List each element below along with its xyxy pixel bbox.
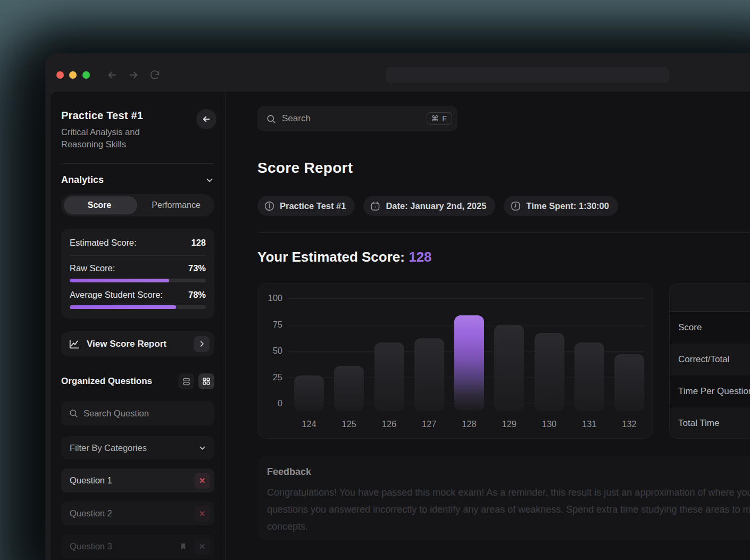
question-search-box[interactable] xyxy=(61,401,214,425)
sidebar-divider xyxy=(61,163,214,164)
x-axis-tick-label: 132 xyxy=(613,419,645,429)
chart-bar-127[interactable] xyxy=(414,338,444,411)
table-row[interactable]: Time Per Question xyxy=(670,375,750,407)
sidebar-test-title: Practice Test #1 xyxy=(61,110,214,122)
avg-score-label: Average Student Score: xyxy=(70,290,163,300)
x-axis-tick-label: 124 xyxy=(293,419,325,429)
section-divider xyxy=(257,232,750,233)
global-search-box[interactable]: ⌘ F xyxy=(257,106,457,131)
arrow-left-icon xyxy=(202,114,211,124)
chart-bar-125[interactable] xyxy=(334,366,364,411)
chart-bar-126[interactable] xyxy=(374,342,404,411)
global-search-input[interactable] xyxy=(282,113,427,124)
page-title: Score Report xyxy=(257,160,353,177)
collapse-sidebar-button[interactable] xyxy=(196,109,216,129)
analytics-label: Analytics xyxy=(61,174,104,186)
maximize-window-button[interactable] xyxy=(82,71,90,79)
question-row-2[interactable]: Question 2 ✕ xyxy=(61,502,214,525)
url-bar[interactable] xyxy=(386,67,669,83)
filter-by-categories-dropdown[interactable]: Filter By Categories xyxy=(61,436,214,459)
date-badge: Date: January 2nd, 2025 xyxy=(363,196,495,216)
estimated-score-value: 128 xyxy=(191,238,206,248)
chart-bar-124[interactable] xyxy=(294,375,324,411)
chevron-down-icon xyxy=(205,175,214,185)
chevron-right-icon xyxy=(198,340,206,348)
x-axis-tick-label: 126 xyxy=(373,419,405,429)
view-score-report-label: View Score Report xyxy=(87,339,194,349)
clock-icon xyxy=(510,200,521,212)
chevron-right-button[interactable] xyxy=(194,336,210,352)
main-content: ⌘ F Score Report Practice Test #1 Date: … xyxy=(226,91,750,560)
estimated-score-heading: Your Estimated Score: 128 xyxy=(257,249,432,265)
avg-score-progress-fill xyxy=(70,305,176,309)
chart-bar-131[interactable] xyxy=(574,342,604,411)
table-row-label: Score xyxy=(678,322,702,333)
estimated-score-label: Estimated Score: xyxy=(70,238,137,248)
card-divider xyxy=(70,255,206,256)
avg-score-progress-track xyxy=(70,305,206,309)
view-score-report-button[interactable]: View Score Report xyxy=(61,331,214,356)
table-row-label: Total Time xyxy=(678,418,719,429)
question-row-3[interactable]: Question 3 ✕ xyxy=(61,534,214,558)
toggle-option-performance[interactable]: Performance xyxy=(138,194,214,216)
list-view-button[interactable] xyxy=(178,373,194,389)
organized-questions-header: Organized Questions xyxy=(61,373,214,389)
question-label: Question 1 xyxy=(70,475,194,486)
table-row-label: Time Per Question xyxy=(678,386,750,397)
x-axis-tick-label: 127 xyxy=(413,419,445,429)
test-name-badge: Practice Test #1 xyxy=(257,196,355,216)
sidebar: Practice Test #1 Critical Analysis and R… xyxy=(51,91,226,560)
chart-bar-130[interactable] xyxy=(535,333,564,411)
badge-label: Time Spent: 1:30:00 xyxy=(526,201,609,211)
feedback-line: Congratulations! You have passed this mo… xyxy=(267,484,750,501)
bookmark-icon[interactable] xyxy=(175,539,191,555)
chart-bar-129[interactable] xyxy=(494,325,524,412)
x-axis-tick-label: 130 xyxy=(534,419,565,429)
browser-refresh-icon[interactable] xyxy=(149,69,161,81)
browser-back-icon[interactable] xyxy=(106,69,118,81)
raw-score-label: Raw Score: xyxy=(70,263,115,273)
question-search-input[interactable] xyxy=(84,408,207,419)
question-row-1[interactable]: Question 1 ✕ xyxy=(61,469,214,492)
raw-score-value: 73% xyxy=(188,263,206,273)
titlebar xyxy=(45,53,750,91)
table-row[interactable]: Correct/Total xyxy=(670,344,750,375)
estimated-score-heading-text: Your Estimated Score: xyxy=(257,249,405,265)
list-view-icon xyxy=(181,377,191,387)
badge-label: Date: January 2nd, 2025 xyxy=(386,201,486,211)
x-axis-tick-label: 129 xyxy=(493,419,525,429)
feedback-section: Feedback Congratulations! You have passe… xyxy=(257,456,750,540)
grid-view-button[interactable] xyxy=(198,373,214,389)
table-row[interactable]: Score xyxy=(670,312,750,344)
x-axis-tick-label: 125 xyxy=(333,419,365,429)
incorrect-x-icon: ✕ xyxy=(194,539,210,555)
line-chart-icon xyxy=(69,338,80,350)
y-axis-tick-label: 50 xyxy=(258,346,282,356)
chart-gridline xyxy=(288,298,645,299)
time-spent-badge: Time Spent: 1:30:00 xyxy=(504,196,618,216)
organized-questions-label: Organized Questions xyxy=(61,376,178,387)
x-axis-tick-label: 128 xyxy=(453,419,485,429)
toggle-option-score[interactable]: Score xyxy=(61,194,138,216)
report-meta-badges: Practice Test #1 Date: January 2nd, 2025… xyxy=(257,196,618,216)
close-window-button[interactable] xyxy=(56,71,64,79)
minimize-window-button[interactable] xyxy=(69,71,77,79)
search-shortcut-badge: ⌘ F xyxy=(427,112,452,125)
table-row[interactable]: Total Time xyxy=(670,407,750,439)
chart-bar-128[interactable] xyxy=(454,315,484,411)
chart-bar-132[interactable] xyxy=(614,354,644,411)
feedback-title: Feedback xyxy=(267,466,750,478)
raw-score-progress-track xyxy=(70,279,206,282)
raw-score-progress-fill xyxy=(70,279,169,282)
question-label: Question 3 xyxy=(70,541,175,551)
filter-label: Filter By Categories xyxy=(70,443,147,453)
browser-forward-icon[interactable] xyxy=(128,69,139,81)
score-distribution-chart: 0255075100124125126127128129130131132 xyxy=(257,283,653,439)
info-icon xyxy=(264,200,275,212)
avg-score-value: 78% xyxy=(188,290,206,300)
chevron-down-icon xyxy=(198,444,207,453)
y-axis-tick-label: 25 xyxy=(258,372,282,382)
analytics-section-header[interactable]: Analytics xyxy=(61,174,214,186)
feedback-line: questions you answered incorrectly to id… xyxy=(267,501,750,518)
search-icon xyxy=(266,114,276,124)
